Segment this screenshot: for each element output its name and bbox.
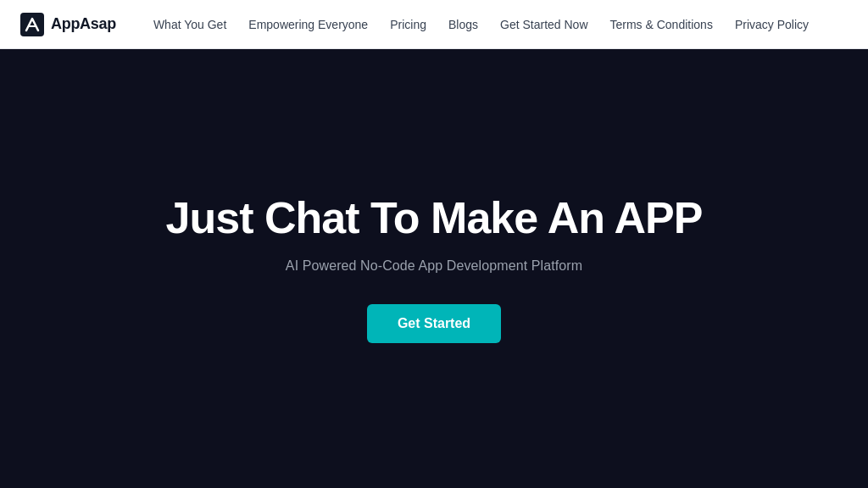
hero-title: Just Chat To Make An APP [166, 194, 703, 242]
nav-link-what-you-get[interactable]: What You Get [143, 13, 236, 36]
nav-item-terms-conditions: Terms & Conditions [600, 17, 723, 32]
navbar: AppAsap What You Get Empowering Everyone… [0, 0, 868, 49]
nav-link-empowering-everyone[interactable]: Empowering Everyone [238, 13, 378, 36]
app-logo-icon [20, 13, 44, 36]
nav-link-pricing[interactable]: Pricing [380, 13, 437, 36]
get-started-button[interactable]: Get Started [367, 304, 501, 343]
nav-item-blogs: Blogs [438, 17, 488, 32]
brand-name: AppAsap [51, 15, 116, 33]
nav-link-blogs[interactable]: Blogs [438, 13, 488, 36]
hero-section: Just Chat To Make An APP AI Powered No-C… [0, 49, 868, 488]
nav-item-pricing: Pricing [380, 17, 437, 32]
brand-logo-link[interactable]: AppAsap [20, 13, 116, 36]
nav-item-empowering-everyone: Empowering Everyone [238, 17, 378, 32]
nav-link-get-started-now[interactable]: Get Started Now [490, 13, 598, 36]
svg-rect-0 [20, 13, 44, 36]
nav-item-get-started-now: Get Started Now [490, 17, 598, 32]
nav-link-privacy-policy[interactable]: Privacy Policy [725, 13, 819, 36]
nav-item-privacy-policy: Privacy Policy [725, 17, 819, 32]
nav-item-what-you-get: What You Get [143, 17, 236, 32]
nav-link-terms-conditions[interactable]: Terms & Conditions [600, 13, 723, 36]
nav-links: What You Get Empowering Everyone Pricing… [143, 17, 819, 32]
hero-subtitle: AI Powered No-Code App Development Platf… [286, 258, 582, 274]
